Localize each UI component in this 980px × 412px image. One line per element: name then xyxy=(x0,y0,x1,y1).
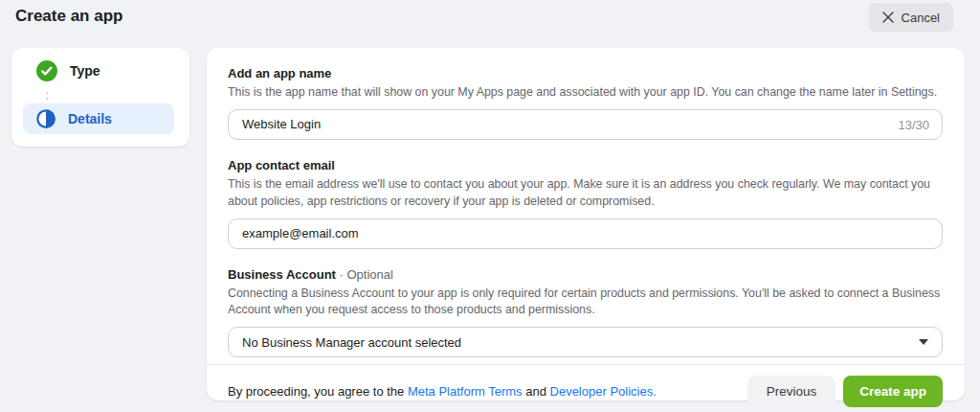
sidebar-item-type[interactable]: Type xyxy=(36,60,100,81)
business-account-selected-value: No Business Manager account selected xyxy=(242,335,461,350)
contact-email-heading: App contact email xyxy=(228,158,943,172)
create-app-button[interactable]: Create app xyxy=(843,376,943,407)
step-current-halfcircle-icon xyxy=(36,109,56,128)
step-details-label: Details xyxy=(68,111,112,126)
agreement-text: By proceeding, you agree to the Meta Pla… xyxy=(228,384,657,399)
close-icon xyxy=(882,11,894,23)
meta-platform-terms-link[interactable]: Meta Platform Terms xyxy=(408,384,523,399)
step-type-label: Type xyxy=(70,63,100,79)
footer-buttons: Previous Create app xyxy=(747,376,943,407)
app-name-description: This is the app name that will show on y… xyxy=(228,84,942,102)
app-name-heading: Add an app name xyxy=(228,66,943,80)
contact-email-input-wrap xyxy=(228,218,943,249)
step-connector-dots xyxy=(46,92,48,100)
footer-row: By proceeding, you agree to the Meta Pla… xyxy=(228,365,943,412)
business-account-select[interactable]: No Business Manager account selected xyxy=(228,327,943,357)
contact-email-input[interactable] xyxy=(228,218,943,249)
sidebar-item-details[interactable]: Details xyxy=(23,103,174,134)
app-name-char-counter: 13/30 xyxy=(898,117,929,131)
contact-email-description: This is the email address we'll use to c… xyxy=(228,176,942,211)
optional-label: · Optional xyxy=(340,267,393,282)
stepper-sidebar: Type Details xyxy=(11,48,189,147)
chevron-down-icon xyxy=(919,339,928,345)
cancel-label: Cancel xyxy=(902,11,940,25)
business-account-heading: Business Account · Optional xyxy=(228,267,943,282)
app-name-input[interactable] xyxy=(228,109,943,140)
developer-policies-link[interactable]: Developer Policies. xyxy=(550,384,657,399)
previous-button[interactable]: Previous xyxy=(747,376,836,407)
business-account-description: Connecting a Business Account to your ap… xyxy=(228,286,942,320)
page-title: Create an app xyxy=(15,7,122,26)
app-name-input-wrap: 13/30 xyxy=(228,109,943,140)
cancel-button[interactable]: Cancel xyxy=(869,3,953,32)
create-app-form-panel: Add an app name This is the app name tha… xyxy=(207,48,965,401)
step-complete-check-icon xyxy=(36,60,57,81)
